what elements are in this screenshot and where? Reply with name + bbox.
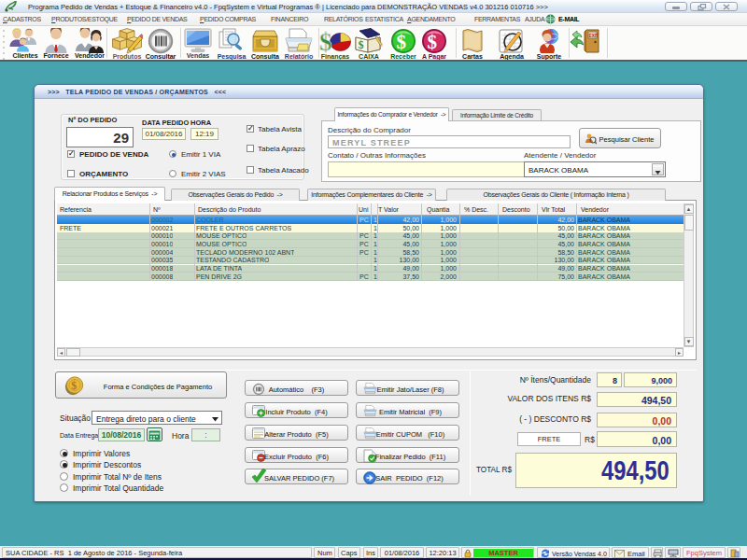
svg-text:$: $ (359, 38, 364, 51)
svg-text:$: $ (71, 379, 77, 392)
svg-text:EXIT: EXIT (589, 34, 599, 38)
svg-text:$: $ (428, 31, 438, 53)
svg-text:$: $ (397, 31, 407, 53)
svg-text:$: $ (319, 28, 332, 54)
